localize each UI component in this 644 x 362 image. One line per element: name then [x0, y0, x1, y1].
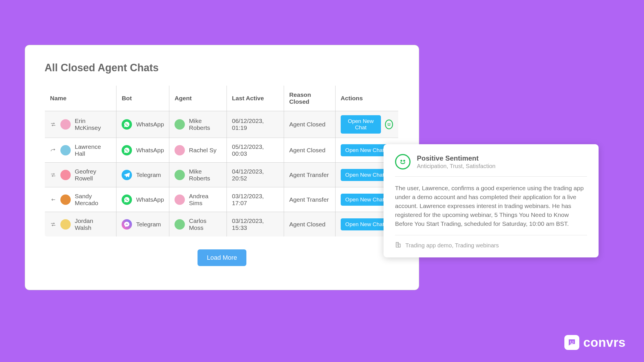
sentiment-title: Positive Sentiment	[417, 154, 495, 162]
bot-name: WhatsApp	[136, 147, 164, 154]
closed-chats-table: Name Bot Agent Last Active Reason Closed…	[45, 85, 398, 237]
user-avatar	[60, 119, 71, 130]
reason-closed: Agent Closed	[284, 212, 335, 237]
table-row[interactable]: Jordan Walsh Telegram Carlos Moss 03/12/…	[45, 212, 398, 237]
messenger-icon	[122, 219, 132, 230]
col-bot: Bot	[116, 86, 169, 111]
user-avatar	[60, 195, 71, 205]
last-active: 05/12/2023, 00:03	[227, 138, 284, 163]
closed-chats-panel: All Closed Agent Chats Name Bot Agent La…	[25, 45, 419, 290]
bot-name: WhatsApp	[136, 196, 164, 203]
user-avatar	[60, 145, 71, 155]
reason-closed: Agent Transfer	[284, 163, 335, 187]
last-active: 04/12/2023, 20:52	[227, 163, 284, 187]
last-active: 03/12/2023, 15:33	[227, 212, 284, 237]
user-name: Geofrey Rowell	[75, 168, 111, 182]
open-new-chat-button[interactable]: Open New Chat	[341, 194, 389, 206]
page-title: All Closed Agent Chats	[45, 62, 399, 74]
col-reason: Reason Closed	[284, 86, 335, 111]
whatsapp-icon	[122, 119, 132, 130]
smiley-icon	[395, 154, 411, 170]
table-row[interactable]: Geofrey Rowell Telegram Mike Roberts 04/…	[45, 163, 398, 187]
shuffle-icon	[50, 221, 56, 228]
brand-name: convrs	[583, 335, 626, 350]
table-row[interactable]: Erin McKinsey WhatsApp Mike Roberts 06/1…	[45, 111, 398, 138]
svg-point-0	[388, 124, 388, 124]
agent-name: Andrea Sims	[189, 193, 221, 207]
agent-name: Mike Roberts	[189, 168, 221, 182]
last-active: 03/12/2023, 17:07	[227, 187, 284, 212]
sentiment-subtitle: Anticipation, Trust, Satisfaction	[417, 163, 495, 170]
svg-point-2	[401, 160, 402, 161]
open-new-chat-button[interactable]: Open New Chat	[341, 218, 389, 230]
agent-avatar	[175, 119, 185, 130]
sentiment-tags: Trading app demo, Trading webinars	[405, 242, 499, 249]
whatsapp-icon	[122, 195, 132, 205]
open-new-chat-button[interactable]: Open New Chat	[341, 144, 389, 156]
bot-name: Telegram	[136, 172, 161, 178]
svg-point-9	[570, 341, 571, 342]
svg-rect-5	[398, 244, 400, 247]
open-new-chat-button[interactable]: Open New Chat	[341, 169, 389, 181]
brand-logo: convrs	[564, 335, 626, 350]
col-name: Name	[45, 86, 116, 111]
back-icon	[50, 197, 56, 203]
user-name: Jordan Walsh	[75, 217, 111, 231]
agent-name: Carlos Moss	[189, 217, 221, 231]
agent-avatar	[175, 170, 185, 180]
agent-avatar	[175, 145, 185, 155]
col-actions: Actions	[335, 86, 398, 111]
col-last-active: Last Active	[227, 86, 284, 111]
user-name: Lawrence Hall	[75, 143, 111, 157]
bot-name: WhatsApp	[136, 121, 164, 128]
whatsapp-icon	[122, 145, 132, 155]
divider	[395, 176, 587, 177]
shuffle-icon	[50, 172, 56, 178]
load-more-button[interactable]: Load More	[198, 249, 246, 266]
agent-avatar	[175, 195, 185, 205]
telegram-icon	[122, 170, 132, 180]
sentiment-popover: Positive Sentiment Anticipation, Trust, …	[384, 144, 599, 257]
agent-name: Mike Roberts	[189, 118, 221, 131]
agent-name: Rachel Sy	[189, 147, 216, 154]
col-agent: Agent	[169, 86, 227, 111]
reason-closed: Agent Closed	[284, 111, 335, 138]
reason-closed: Agent Closed	[284, 138, 335, 163]
user-avatar	[60, 170, 71, 180]
last-active: 06/12/2023, 01:19	[227, 111, 284, 138]
open-new-chat-button[interactable]: Open New Chat	[341, 115, 381, 134]
svg-point-10	[572, 341, 573, 342]
user-name: Erin McKinsey	[75, 118, 111, 131]
building-icon	[395, 242, 401, 249]
sentiment-body: The user, Lawrence, confirms a good expe…	[395, 184, 587, 228]
user-avatar	[60, 219, 71, 230]
table-row[interactable]: Lawrence Hall WhatsApp Rachel Sy 05/12/2…	[45, 138, 398, 163]
svg-point-3	[404, 160, 405, 161]
table-header-row: Name Bot Agent Last Active Reason Closed…	[45, 86, 398, 111]
agent-avatar	[175, 219, 185, 230]
brand-icon	[564, 335, 579, 350]
sentiment-badge[interactable]	[385, 120, 393, 129]
user-name: Sandy Mercado	[75, 193, 111, 207]
reason-closed: Agent Transfer	[284, 187, 335, 212]
svg-point-1	[390, 124, 390, 124]
forward-icon	[50, 147, 56, 153]
table-row[interactable]: Sandy Mercado WhatsApp Andrea Sims 03/12…	[45, 187, 398, 212]
shuffle-icon	[50, 121, 56, 128]
bot-name: Telegram	[136, 221, 161, 228]
